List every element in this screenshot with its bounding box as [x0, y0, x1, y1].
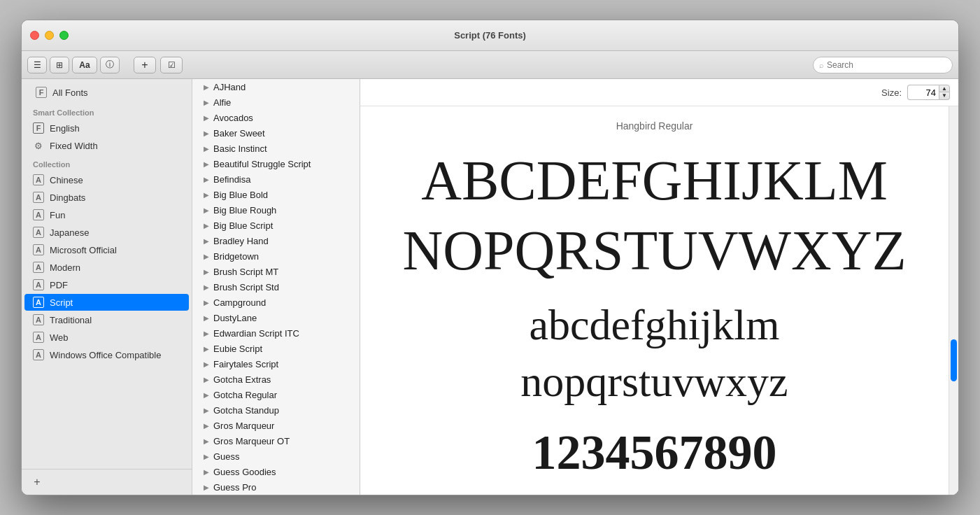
- font-arrow-icon: ▶: [204, 253, 209, 260]
- close-button[interactable]: [30, 31, 39, 40]
- font-list-item-name: Guess Goodies: [213, 467, 276, 477]
- add-collection-button[interactable]: +: [30, 475, 44, 489]
- sidebar-label-pdf: PDF: [50, 280, 68, 290]
- sidebar-item-modern[interactable]: A Modern: [24, 259, 189, 276]
- sidebar-toggle-button[interactable]: ☰: [27, 57, 47, 73]
- font-list-item[interactable]: ▶ Campground: [192, 295, 360, 310]
- sidebar-label-fixed-width: Fixed Width: [50, 141, 98, 151]
- font-list-item[interactable]: ▶ Gotcha Extras: [192, 372, 360, 387]
- sidebar-item-traditional[interactable]: A Traditional: [24, 311, 189, 328]
- search-input[interactable]: [827, 60, 946, 70]
- font-list-item-name: AJHand: [213, 82, 246, 92]
- font-list-item[interactable]: ▶ Brush Script MT: [192, 264, 360, 279]
- font-arrow-icon: ▶: [204, 191, 209, 199]
- font-arrow-icon: ▶: [204, 376, 209, 383]
- font-list-item[interactable]: ▶ Big Blue Script: [192, 218, 360, 233]
- font-list-item[interactable]: ▶ Brush Script Std: [192, 279, 360, 295]
- sidebar-item-script[interactable]: A Script: [24, 294, 189, 311]
- font-list-item[interactable]: ▶ Bridgetown: [192, 248, 360, 264]
- font-list-item[interactable]: ▶ Basic Instinct: [192, 141, 360, 156]
- preview-content: Hangbird Regular ABCDEFGHIJKLM NOPQRSTUV…: [360, 106, 949, 495]
- scrollbar-track: [949, 106, 958, 495]
- font-arrow-icon: ▶: [204, 237, 209, 245]
- font-list-item[interactable]: ▶ Big Blue Bold: [192, 187, 360, 202]
- sidebar-item-pdf[interactable]: A PDF: [24, 276, 189, 293]
- sidebar-item-fun[interactable]: A Fun: [24, 206, 189, 223]
- font-list-item[interactable]: ▶ Guess Pro: [192, 479, 360, 495]
- font-list-item[interactable]: ▶ Edwardian Script ITC: [192, 325, 360, 341]
- font-list-item-name: Gotcha Regular: [213, 390, 277, 400]
- size-increment-button[interactable]: ▲: [939, 85, 950, 92]
- font-list-item[interactable]: ▶ Beautiful Struggle Script: [192, 156, 360, 171]
- font-list-item-name: Bridgetown: [213, 251, 259, 262]
- sidebar-item-all-fonts[interactable]: F All Fonts: [27, 84, 186, 101]
- font-list-item[interactable]: ▶ DustyLane: [192, 310, 360, 325]
- sidebar-label-traditional: Traditional: [50, 315, 92, 325]
- preview-text-button[interactable]: Aa: [72, 57, 97, 73]
- font-list-item-name: Gotcha Extras: [213, 374, 271, 385]
- font-list-item[interactable]: ▶ Befindisa: [192, 171, 360, 187]
- font-list-item-name: Campground: [213, 297, 266, 308]
- plus-icon: +: [141, 59, 148, 71]
- font-list-item-name: Big Blue Rough: [213, 205, 276, 216]
- font-arrow-icon: ▶: [204, 145, 209, 153]
- font-list-item[interactable]: ▶ Bradley Hand: [192, 233, 360, 248]
- sidebar-item-japanese[interactable]: A Japanese: [24, 224, 189, 241]
- sidebar-item-chinese[interactable]: A Chinese: [24, 171, 189, 188]
- japanese-icon: A: [33, 227, 44, 238]
- font-list-item-name: Guess: [213, 451, 240, 462]
- info-icon: ⓘ: [106, 59, 114, 71]
- font-list-item-name: Baker Sweet: [213, 128, 265, 139]
- fun-icon: A: [33, 209, 44, 220]
- font-arrow-icon: ▶: [204, 484, 209, 491]
- font-list-item[interactable]: ▶ Avocados: [192, 110, 360, 125]
- validate-button[interactable]: ☑: [160, 57, 183, 73]
- size-input[interactable]: [907, 85, 939, 100]
- sidebar-item-fixed-width[interactable]: ⚙ Fixed Width: [24, 137, 189, 154]
- font-list-item[interactable]: ▶ Alfie: [192, 94, 360, 110]
- size-stepper: ▲ ▼: [939, 85, 950, 100]
- chinese-icon: A: [33, 174, 44, 185]
- font-list-item[interactable]: ▶ Gotcha Standup: [192, 402, 360, 418]
- font-list-item-name: Brush Script Std: [213, 282, 279, 292]
- preview-scrollbar[interactable]: [949, 106, 958, 495]
- maximize-button[interactable]: [59, 31, 69, 40]
- font-list-item[interactable]: ▶ Gros Marqueur OT: [192, 433, 360, 449]
- sidebar-label-web: Web: [50, 332, 69, 343]
- font-list-item[interactable]: ▶ Big Blue Rough: [192, 202, 360, 218]
- sidebar-label-script: Script: [50, 297, 73, 308]
- sidebar-label-fun: Fun: [50, 210, 65, 220]
- font-list-item[interactable]: ▶ Baker Sweet: [192, 125, 360, 141]
- font-arrow-icon: ▶: [204, 268, 209, 276]
- traditional-icon: A: [33, 314, 44, 325]
- font-list-item[interactable]: ▶ Fairytales Script: [192, 356, 360, 372]
- size-decrement-button[interactable]: ▼: [939, 92, 950, 100]
- font-arrow-icon: ▶: [204, 176, 209, 183]
- info-button[interactable]: ⓘ: [100, 57, 120, 73]
- font-list-item[interactable]: ▶ Gotcha Regular: [192, 387, 360, 402]
- sidebar-item-dingbats[interactable]: A Dingbats: [24, 189, 189, 206]
- sidebar-item-web[interactable]: A Web: [24, 329, 189, 346]
- font-list-item[interactable]: ▶ Gros Marqueur: [192, 418, 360, 433]
- font-arrow-icon: ▶: [204, 222, 209, 230]
- font-list-item-name: Eubie Script: [213, 344, 262, 354]
- preview-lowercase-line1: abcdefghijklm: [388, 297, 921, 353]
- font-list-item[interactable]: ▶ Eubie Script: [192, 341, 360, 356]
- font-list-scroll[interactable]: ▶ AJHand ▶ Alfie ▶ Avocados ▶ Baker Swee…: [192, 79, 360, 495]
- sidebar-item-english[interactable]: F English: [24, 120, 189, 136]
- grid-view-button[interactable]: ⊞: [50, 57, 69, 73]
- sidebar-item-microsoft-official[interactable]: A Microsoft Official: [24, 241, 189, 258]
- font-list-item[interactable]: ▶ Guess: [192, 449, 360, 464]
- titlebar: Script (76 Fonts): [22, 20, 958, 51]
- preview-uppercase-line2: NOPQRSTUVWXYZ: [388, 216, 921, 285]
- window-title: Script (76 Fonts): [454, 30, 526, 41]
- sidebar-item-windows-office-compatible[interactable]: A Windows Office Compatible: [24, 346, 189, 363]
- font-list-item[interactable]: ▶ Guess Goodies: [192, 464, 360, 479]
- toolbar: ☰ ⊞ Aa ⓘ + ☑ ⌕: [22, 51, 958, 79]
- minimize-button[interactable]: [45, 31, 54, 40]
- smart-items-list: F English ⚙ Fixed Width: [22, 120, 192, 154]
- search-box[interactable]: ⌕: [813, 57, 953, 73]
- font-arrow-icon: ▶: [204, 330, 209, 337]
- font-list-item[interactable]: ▶ AJHand: [192, 79, 360, 94]
- add-font-button[interactable]: +: [134, 57, 156, 73]
